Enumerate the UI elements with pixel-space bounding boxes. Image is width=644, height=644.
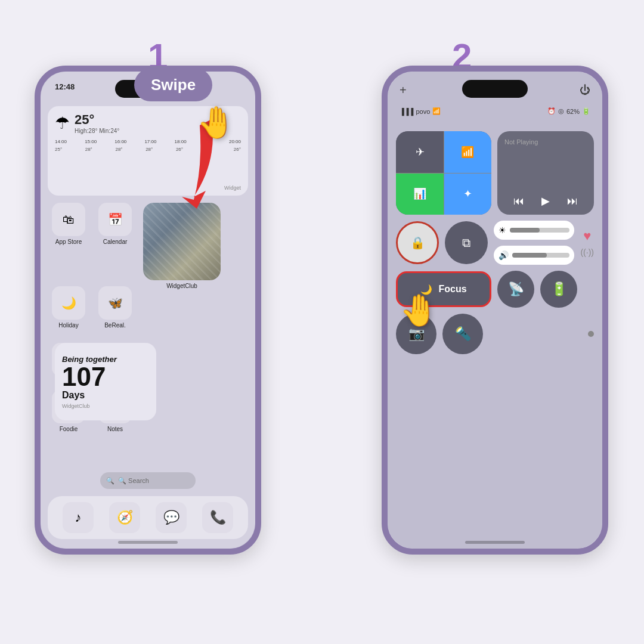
umbrella-icon: ☂ — [55, 113, 70, 133]
airplane-mode-btn[interactable]: ✈ — [396, 131, 444, 173]
search-placeholder: 🔍 Search — [118, 477, 149, 485]
dock-music[interactable]: ♪ — [63, 502, 94, 533]
days-number: 107 — [62, 364, 149, 390]
connectivity-tile[interactable]: ✈ 📶 📊 ✦ — [396, 131, 491, 215]
wifi-icon: 📶 — [432, 107, 441, 115]
focus-label: Focus — [438, 284, 466, 295]
bluetooth-toggle[interactable]: ✦ — [444, 173, 491, 215]
brightness-icon: ☀ — [499, 225, 506, 235]
app-icon-holiday[interactable]: 🌙 Holiday — [48, 286, 89, 329]
screen-mirror-btn[interactable]: ⧉ — [445, 221, 488, 264]
connectivity-dots: ((·)) — [580, 247, 594, 257]
music-tile[interactable]: Not Playing ⏮ ▶ ⏭ — [497, 131, 594, 215]
dock-messages[interactable]: 💬 — [156, 502, 187, 533]
not-playing-label: Not Playing — [504, 138, 587, 145]
dock-phone[interactable]: 📞 — [202, 502, 233, 533]
carrier-label: povo — [416, 108, 430, 115]
signal-icon: ▐▐▐ — [400, 108, 413, 115]
airdrop-btn[interactable]: 📡 — [497, 271, 534, 308]
dock: ♪ 🧭 💬 📞 — [48, 496, 248, 539]
app-icon-calendar[interactable]: 📅 Calendar — [94, 203, 136, 245]
dynamic-island-2 — [462, 80, 528, 98]
dot-indicator — [588, 331, 594, 337]
relationship-widget: Being together 107 Days WidgetClub — [55, 343, 156, 420]
dock-compass[interactable]: 🧭 — [109, 502, 140, 533]
sliders-column: ☀ 🔊 — [494, 221, 574, 265]
screen-lock-btn[interactable]: 🔒 — [396, 221, 439, 264]
app-icon-bereal[interactable]: 🦋 BeReal. — [94, 286, 136, 329]
brightness-slider[interactable]: ☀ — [494, 221, 574, 240]
hand-cursor-focus: 🤚 — [400, 292, 438, 329]
days-label: Days — [62, 390, 149, 401]
cc-add-icon[interactable]: + — [400, 83, 407, 97]
weather-high-low: High:28° Min:24° — [75, 128, 119, 134]
wifi-toggle[interactable]: 📶 — [444, 131, 491, 173]
home-indicator-1 — [118, 541, 178, 544]
widgetclub-label: WidgetClub — [166, 283, 197, 289]
swipe-button[interactable]: Swipe — [134, 69, 212, 101]
home-indicator-2 — [465, 541, 525, 544]
location-icon: ◎ — [558, 107, 564, 115]
widgetclub-rel-label: WidgetClub — [62, 403, 149, 409]
cc-power-icon[interactable]: ⏻ — [580, 84, 590, 97]
cc-status-bar: ▐▐▐ povo 📶 ⏰ ◎ 62% 🔋 — [400, 107, 590, 115]
flashlight-btn[interactable]: 🔦 — [442, 314, 483, 354]
hand-cursor-swipe: 🤚 — [197, 104, 236, 141]
next-button[interactable]: ⏭ — [567, 195, 578, 208]
battery-icon: 🔋 — [582, 107, 590, 115]
alarm-icon: ⏰ — [547, 107, 556, 115]
play-button[interactable]: ▶ — [541, 194, 550, 208]
app-icon-appstore[interactable]: 🛍 App Store — [48, 203, 89, 245]
battery-label: 62% — [566, 108, 580, 115]
weather-temp: 25° — [75, 112, 119, 128]
status-bar-1: 12:48 — [55, 82, 75, 91]
prev-button[interactable]: ⏮ — [513, 195, 524, 208]
battery-widget[interactable]: 🔋 — [540, 271, 577, 308]
volume-icon: 🔊 — [499, 250, 509, 260]
search-bar[interactable]: 🔍 🔍 Search — [100, 472, 196, 489]
heart-icon: ♥ — [583, 228, 591, 244]
volume-slider[interactable]: 🔊 — [494, 246, 574, 265]
cellular-toggle[interactable]: 📊 — [396, 173, 444, 215]
search-icon: 🔍 — [106, 477, 114, 485]
